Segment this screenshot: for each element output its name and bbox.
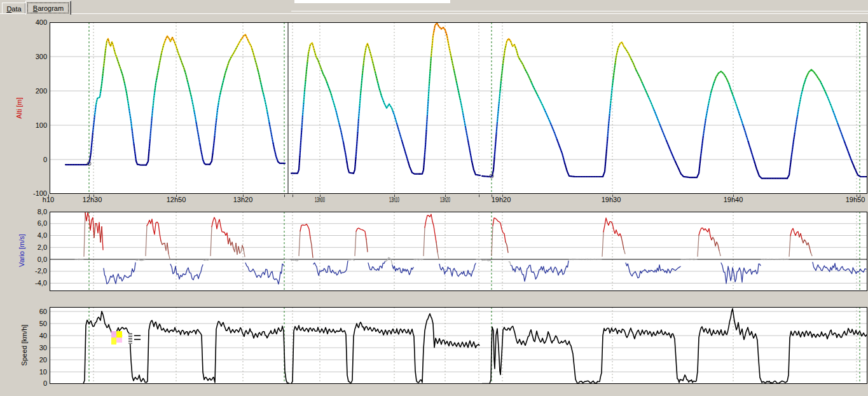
alti-ytick-label: 400 bbox=[20, 19, 47, 26]
vario-axis-title: Vario [m/s] bbox=[18, 234, 25, 267]
time-axis-tick bbox=[733, 195, 734, 197]
time-axis-tick bbox=[243, 195, 244, 197]
time-tick-label: 12h30 bbox=[83, 196, 102, 203]
speed-ytick-label: 60 bbox=[20, 308, 47, 315]
speed-axis-title: Speed [km/h] bbox=[20, 325, 28, 366]
time-axis-tick bbox=[479, 195, 479, 197]
vario-ytick-label: -2,0 bbox=[20, 268, 47, 275]
selection-marker-artifact bbox=[111, 331, 142, 345]
window-edge-highlight bbox=[291, 11, 868, 11]
speed-plot[interactable] bbox=[50, 307, 867, 384]
alti-ytick-label: 300 bbox=[20, 53, 47, 60]
window-overlap-artifact bbox=[294, 0, 450, 3]
vario-ytick-label: 6,0 bbox=[20, 220, 47, 227]
alti-plot[interactable] bbox=[50, 22, 867, 194]
time-tick-label: 19h30 bbox=[602, 196, 621, 203]
time-axis-tick bbox=[293, 195, 293, 197]
time-axis-tick bbox=[857, 195, 857, 197]
alti-ytick-label: 200 bbox=[20, 88, 47, 95]
time-axis-tick bbox=[860, 195, 860, 197]
speed-ytick-label: 0 bbox=[20, 380, 47, 387]
time-axis-tick bbox=[445, 195, 446, 197]
time-tick-label: 19h50 bbox=[846, 196, 865, 203]
tab-barogram[interactable]: Barogram bbox=[25, 1, 71, 15]
time-tick-label: 19h20 bbox=[492, 196, 511, 203]
tab-data-label: Data bbox=[6, 5, 21, 13]
barogram-window: Data Barogram 4003002001000-100Alti [m]8… bbox=[0, 0, 868, 396]
time-axis-tick bbox=[492, 195, 492, 197]
alti-ytick-label: 0 bbox=[20, 156, 47, 163]
time-axis-tick bbox=[394, 195, 395, 197]
tab-data[interactable]: Data bbox=[2, 3, 26, 14]
tab-page-top-edge bbox=[0, 13, 868, 14]
time-axis-tick bbox=[502, 195, 503, 197]
tab-barogram-label: Barogram bbox=[33, 4, 64, 12]
vario-ytick-label: 8,0 bbox=[20, 208, 47, 215]
time-axis-tick bbox=[284, 195, 285, 197]
vario-plot[interactable] bbox=[50, 212, 867, 291]
alti-ytick-label: 100 bbox=[20, 122, 47, 129]
time-axis-tick bbox=[89, 195, 90, 197]
time-axis-tick bbox=[176, 195, 177, 197]
alti-axis-title: Alti [m] bbox=[15, 97, 23, 119]
time-axis-tick bbox=[612, 195, 613, 197]
speed-ytick-label: 10 bbox=[20, 369, 47, 376]
time-axis-tick bbox=[320, 195, 320, 197]
vario-ytick-label: -4,0 bbox=[20, 280, 47, 287]
time-axis-tick bbox=[48, 195, 49, 197]
time-axis-tick bbox=[93, 195, 94, 197]
